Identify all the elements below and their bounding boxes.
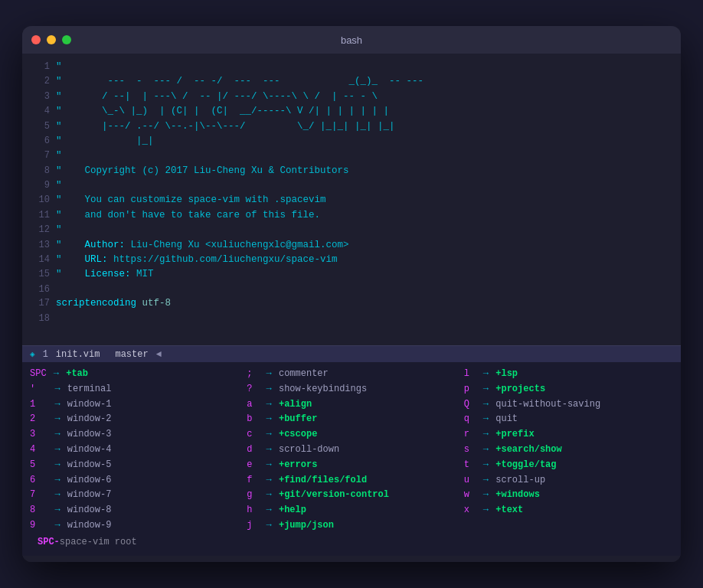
kb-row: p → +projects xyxy=(464,382,673,397)
window-title: bash xyxy=(341,34,362,46)
kb-row: q → quit xyxy=(464,412,673,427)
code-line-18: 18 xyxy=(28,312,675,326)
code-line-14: 14 " URL: https://github.com/liuchengxu/… xyxy=(28,253,675,267)
mode-icon: ◈ xyxy=(30,349,35,359)
kb-row: ' → terminal xyxy=(30,382,239,397)
code-line-3: 3 " / --| | ---\ / -- |/ ---/ \----\ \ /… xyxy=(28,90,675,104)
spc-text: space-vim root xyxy=(60,535,137,550)
kb-row: b → +buffer xyxy=(247,412,456,427)
kb-row: h → +help xyxy=(247,503,456,518)
line-number: 1 xyxy=(43,349,48,360)
kb-row: 7 → window-7 xyxy=(30,488,239,503)
code-line-7: 7 " xyxy=(28,149,675,163)
code-line-17: 17 scriptencoding utf-8 xyxy=(28,296,675,311)
close-button[interactable] xyxy=(31,35,41,44)
kb-row: 3 → window-3 xyxy=(30,427,239,443)
code-line-1: 1 " xyxy=(28,60,675,74)
code-area: 1 " 2 " --- - --- / -- -/ --- --- _(_)_ … xyxy=(22,60,681,345)
branch-name: master xyxy=(115,349,148,360)
kb-row: g → +git/version-control xyxy=(247,488,456,503)
kb-row: SPC → +tab xyxy=(30,367,239,382)
code-line-5: 5 " |---/ .--/ \--.-|\--\---/ \_/ |_|_| … xyxy=(28,119,675,134)
code-line-12: 12 " xyxy=(28,223,675,237)
kb-row: f → +find/files/fold xyxy=(247,473,456,488)
code-line-15: 15 " License: MIT xyxy=(28,267,675,282)
kb-row: j → +jump/json xyxy=(247,518,456,534)
kb-row: u → scroll-up xyxy=(464,473,673,488)
code-line-6: 6 " |_| xyxy=(28,134,675,149)
keybindings-grid: SPC → +tab ' → terminal 1 → window-1 xyxy=(30,367,673,534)
kb-row: 9 → window-9 xyxy=(30,518,239,534)
terminal-content: 1 " 2 " --- - --- / -- -/ --- --- _(_)_ … xyxy=(22,54,681,562)
kb-row: Q → quit-without-saving xyxy=(464,397,673,413)
kb-col3: l → +lsp p → +projects Q → quit-without-… xyxy=(464,367,673,534)
titlebar: bash xyxy=(22,26,681,54)
code-line-16: 16 xyxy=(28,283,675,297)
statusbar: ◈ 1 init.vim master ◄ xyxy=(22,345,681,362)
keybindings-panel: SPC → +tab ' → terminal 1 → window-1 xyxy=(22,362,681,556)
footer-row: SPC- space-vim root xyxy=(30,534,673,550)
kb-row: r → +prefix xyxy=(464,427,673,443)
kb-row: x → +text xyxy=(464,503,673,518)
kb-col2: ; → commenter ? → show-keybindings a → +… xyxy=(247,367,456,534)
kb-row: e → +errors xyxy=(247,458,456,473)
kb-row: 2 → window-2 xyxy=(30,412,239,427)
kb-row: t → +toggle/tag xyxy=(464,458,673,473)
kb-row: ; → commenter xyxy=(247,367,456,382)
kb-row: 8 → window-8 xyxy=(30,503,239,518)
spc-label: SPC- xyxy=(38,535,60,550)
statusbar-arrow: ◄ xyxy=(156,349,162,360)
kb-row: 1 → window-1 xyxy=(30,397,239,413)
kb-row: d → scroll-down xyxy=(247,443,456,458)
code-line-10: 10 " You can customize space-vim with .s… xyxy=(28,193,675,207)
kb-row: l → +lsp xyxy=(464,367,673,382)
kb-row: s → +search/show xyxy=(464,443,673,458)
kb-row: 4 → window-4 xyxy=(30,443,239,458)
maximize-button[interactable] xyxy=(62,35,71,44)
traffic-lights xyxy=(31,35,71,44)
kb-row: 5 → window-5 xyxy=(30,458,239,473)
kb-row: 6 → window-6 xyxy=(30,473,239,488)
kb-row: a → +align xyxy=(247,397,456,413)
code-line-11: 11 " and don't have to take care of this… xyxy=(28,208,675,223)
kb-row: w → +windows xyxy=(464,488,673,503)
kb-col1: SPC → +tab ' → terminal 1 → window-1 xyxy=(30,367,239,534)
minimize-button[interactable] xyxy=(47,35,56,44)
filename: init.vim xyxy=(56,349,100,360)
terminal-window: bash 1 " 2 " --- - --- / -- -/ --- --- _… xyxy=(22,26,681,562)
code-line-8: 8 " Copyright (c) 2017 Liu-Cheng Xu & Co… xyxy=(28,164,675,178)
code-line-9: 9 " xyxy=(28,178,675,193)
code-line-13: 13 " Author: Liu-Cheng Xu <xuliuchengxlc… xyxy=(28,238,675,253)
kb-row: ? → show-keybindings xyxy=(247,382,456,397)
code-line-2: 2 " --- - --- / -- -/ --- --- _(_)_ -- -… xyxy=(28,74,675,89)
code-line-4: 4 " \_-\ |_) | (C| | (C| __/-----\ V /| … xyxy=(28,104,675,119)
kb-row: c → +cscope xyxy=(247,427,456,443)
